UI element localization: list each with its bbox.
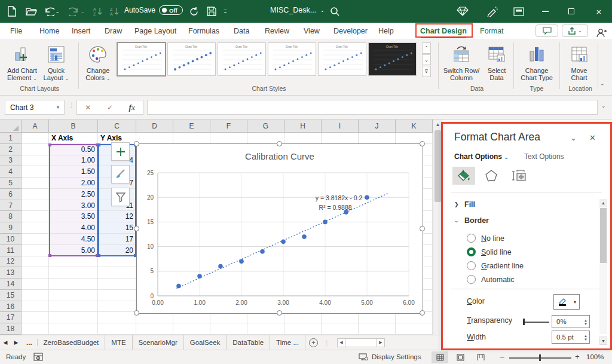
cell[interactable]	[22, 144, 49, 155]
change-colors-button[interactable]: ChangeColors ⌄	[82, 41, 114, 89]
row-header-7[interactable]: 7	[0, 200, 22, 212]
sheet-tab-scenariomgr[interactable]: ScenarioMgr	[133, 335, 184, 350]
display-settings-icon[interactable]	[359, 353, 369, 362]
radio-solid-line[interactable]: Solid line	[467, 247, 512, 256]
cell[interactable]	[284, 323, 322, 335]
cell[interactable]: 17	[98, 234, 136, 245]
cell[interactable]	[396, 323, 433, 335]
cell[interactable]	[136, 133, 173, 144]
switch-row-column-button[interactable]: Switch Row/Column	[442, 41, 481, 89]
tab-page-layout[interactable]: Page Layout	[133, 23, 178, 39]
row-header-18[interactable]: 18	[0, 323, 22, 335]
row-header-14[interactable]: 14	[0, 279, 22, 290]
chart-style-thumb-2[interactable]: Chart Title	[167, 42, 216, 76]
row-header-15[interactable]: 15	[0, 290, 22, 301]
row-header-16[interactable]: 16	[0, 301, 22, 313]
select-data-button[interactable]: SelectData	[482, 41, 512, 89]
row-header-9[interactable]: 9	[0, 222, 22, 234]
radio-automatic[interactable]: Automatic	[467, 275, 515, 284]
enter-icon[interactable]: ✓	[107, 103, 113, 112]
tab-developer[interactable]: Developer	[332, 23, 369, 39]
fill-line-icon[interactable]	[452, 167, 475, 185]
col-header-G[interactable]: G	[247, 120, 284, 133]
width-spin-icons[interactable]: ▲▼	[584, 331, 587, 344]
display-settings-label[interactable]: Display Settings	[372, 353, 421, 360]
chart-style-thumb-4[interactable]: Chart Title	[268, 42, 316, 76]
autosave-pill[interactable]: Off	[159, 5, 183, 15]
cell[interactable]	[173, 323, 210, 335]
chart-style-thumb-3[interactable]: Chart Title	[218, 42, 266, 76]
radio-no-line[interactable]: No line	[467, 234, 504, 243]
cell[interactable]	[322, 133, 359, 144]
page-break-view-button[interactable]	[472, 351, 489, 363]
cell[interactable]	[247, 323, 284, 335]
panel-scrollbar[interactable]: ▲	[599, 199, 607, 334]
row-header-2[interactable]: 2	[0, 144, 22, 155]
chart-selection-handle[interactable]	[277, 310, 282, 316]
premium-diamond-icon[interactable]	[455, 4, 470, 19]
open-folder-icon[interactable]	[24, 4, 38, 19]
cell[interactable]: 1.00	[49, 155, 98, 167]
tab-help[interactable]: Help	[377, 23, 396, 39]
cell[interactable]	[22, 178, 49, 189]
zoom-out-button[interactable]: −	[500, 352, 504, 362]
tab-file[interactable]: File	[8, 23, 24, 39]
cell[interactable]	[22, 155, 49, 167]
cell[interactable]	[396, 133, 433, 144]
col-header-A[interactable]: A	[22, 120, 49, 133]
cell[interactable]	[22, 245, 49, 256]
normal-view-button[interactable]	[432, 351, 448, 363]
cell[interactable]	[22, 267, 49, 279]
cell[interactable]: X Axis	[49, 133, 98, 144]
chart-style-thumb-6[interactable]: Chart Title	[368, 42, 417, 76]
col-header-F[interactable]: F	[210, 120, 247, 133]
hscroll-track[interactable]	[345, 338, 377, 347]
row-header-4[interactable]: 4	[0, 166, 22, 178]
vscroll-thumb[interactable]	[434, 130, 441, 202]
tab-insert[interactable]: Insert	[70, 23, 92, 39]
chart-style-thumb-5[interactable]: Chart Title	[318, 42, 366, 76]
chart-selection-handle[interactable]	[134, 141, 139, 146]
undo-dropdown-icon[interactable]: ⌄	[54, 4, 61, 19]
formula-bar-expand-icon[interactable]: ⌄	[601, 103, 606, 109]
section-border[interactable]: ⌄Border	[454, 216, 489, 225]
cell[interactable]	[22, 133, 49, 144]
sync-icon[interactable]	[186, 4, 201, 19]
new-file-icon[interactable]	[5, 4, 19, 19]
cancel-icon[interactable]: ✕	[85, 103, 91, 112]
add-person-icon[interactable]	[594, 26, 608, 40]
tab-format[interactable]: Format	[478, 23, 506, 39]
effects-icon[interactable]	[480, 167, 503, 185]
cell[interactable]	[22, 256, 49, 268]
size-properties-icon[interactable]	[507, 167, 530, 185]
radio-circle[interactable]	[467, 247, 476, 256]
chart-style-thumb-1[interactable]: Chart Title	[117, 42, 166, 76]
cell[interactable]	[49, 290, 98, 301]
move-chart-button[interactable]: MoveChart	[563, 41, 595, 89]
cell[interactable]: 3.00	[49, 200, 98, 212]
row-header-5[interactable]: 5	[0, 178, 22, 189]
cell[interactable]: 2.00	[49, 178, 98, 189]
chart-selection-handle[interactable]	[134, 226, 139, 231]
gallery-down-icon[interactable]: ⌄	[422, 54, 431, 66]
cell[interactable]: 1.50	[49, 166, 98, 178]
gallery-up-icon[interactable]: ⌃	[422, 42, 431, 54]
radio-circle[interactable]	[467, 234, 476, 243]
panel-scroll-up-icon[interactable]: ▲	[599, 199, 607, 207]
col-header-B[interactable]: B	[49, 120, 98, 133]
cell[interactable]	[284, 133, 322, 144]
close-button[interactable]: ×	[586, 0, 612, 23]
file-name[interactable]: MISC_Desk...⌄	[270, 6, 325, 14]
chart-filter-button[interactable]	[111, 188, 130, 206]
cell[interactable]	[210, 323, 247, 335]
zoom-in-button[interactable]: +	[575, 352, 580, 361]
cell[interactable]: 4.00	[49, 222, 98, 234]
tab-formulas[interactable]: Formulas	[186, 23, 221, 39]
row-header-10[interactable]: 10	[0, 234, 22, 245]
row-header-11[interactable]: 11	[0, 245, 22, 256]
cell[interactable]: 2.50	[49, 189, 98, 200]
panel-scroll-down-icon[interactable]: ▼	[599, 337, 607, 345]
chart-selection-handle[interactable]	[277, 141, 282, 146]
radio-circle[interactable]	[467, 261, 476, 270]
cell[interactable]	[136, 323, 173, 335]
